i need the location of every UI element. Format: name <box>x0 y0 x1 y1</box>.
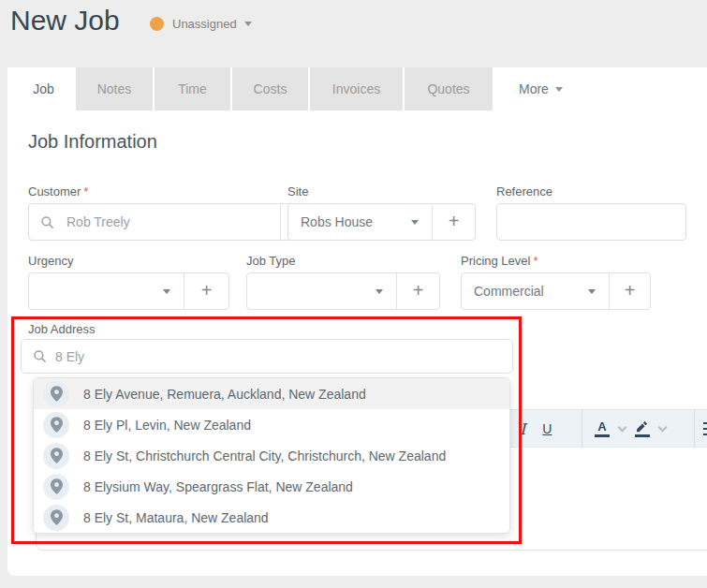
reference-field[interactable] <box>496 203 686 241</box>
job-address-search <box>21 339 513 374</box>
dropdown-caret-icon <box>411 220 419 225</box>
urgency-field: + <box>28 272 229 310</box>
urgency-label: Urgency <box>28 254 73 268</box>
dropdown-caret-icon <box>588 289 596 294</box>
new-job-page: New Job Unassigned Job Notes Time Costs … <box>0 0 707 588</box>
map-pin-icon <box>43 505 69 531</box>
site-select[interactable]: Robs House <box>288 203 432 241</box>
tab-more[interactable]: More <box>519 67 563 110</box>
job-address-input[interactable] <box>55 349 512 364</box>
add-pricing-level-button[interactable]: + <box>610 272 650 310</box>
page-title: New Job <box>10 5 120 37</box>
pricing-level-field: Commercial + <box>461 272 651 310</box>
section-title: Job Information <box>28 131 157 153</box>
highlight-color-button[interactable] <box>635 421 650 437</box>
add-icon: + <box>625 280 636 301</box>
highlight-icon <box>636 421 649 433</box>
italic-button[interactable]: I <box>520 420 525 438</box>
tab-job[interactable]: Job <box>13 67 74 110</box>
suggestion-label: 8 Ely St, Mataura, New Zealand <box>83 510 269 525</box>
add-job-type-button[interactable]: + <box>397 272 439 310</box>
tab-bar: Job Notes Time Costs Invoices Quotes Mor… <box>13 67 563 110</box>
text-color-bar <box>595 434 610 437</box>
required-asterisk: * <box>83 184 88 198</box>
dropdown-caret-icon <box>376 289 383 294</box>
chevron-down-icon <box>244 22 252 26</box>
job-type-select[interactable] <box>247 272 396 310</box>
toolbar-divider <box>582 410 582 448</box>
required-asterisk: * <box>533 254 538 268</box>
tab-quotes[interactable]: Quotes <box>405 67 493 110</box>
site-value: Robs House <box>301 214 373 229</box>
tab-time[interactable]: Time <box>155 67 230 110</box>
search-icon <box>40 215 54 229</box>
chevron-down-icon[interactable] <box>618 423 627 433</box>
search-icon <box>33 349 47 363</box>
add-icon: + <box>413 280 424 301</box>
status-dot-icon <box>150 17 164 31</box>
highlight-color-bar <box>635 434 650 437</box>
address-suggestion[interactable]: 8 Ely Avenue, Remuera, Auckland, New Zea… <box>34 378 509 409</box>
add-site-button[interactable]: + <box>433 203 475 241</box>
more-label: More <box>519 81 549 96</box>
assignee-dropdown[interactable]: Unassigned <box>150 11 252 36</box>
job-type-field: + <box>246 272 440 310</box>
dropdown-caret-icon <box>163 289 170 294</box>
chevron-down-icon[interactable] <box>658 423 668 433</box>
toolbar-divider <box>694 410 695 448</box>
suggestion-label: 8 Ely St, Christchurch Central City, Chr… <box>83 448 446 463</box>
tab-costs[interactable]: Costs <box>232 67 308 110</box>
underline-button[interactable]: U <box>542 421 552 436</box>
site-field: Robs House + <box>287 203 476 241</box>
urgency-select[interactable] <box>29 272 184 310</box>
address-suggestion[interactable]: 8 Ely St, Mataura, New Zealand <box>34 502 509 533</box>
job-address-label: Job Address <box>28 322 96 336</box>
pricing-level-value: Commercial <box>474 284 544 299</box>
customer-field[interactable]: Rob Treely <box>28 203 331 241</box>
job-type-label: Job Type <box>246 254 296 268</box>
suggestion-label: 8 Ely Pl, Levin, New Zealand <box>83 418 251 433</box>
align-button[interactable] <box>703 420 707 437</box>
map-pin-icon <box>43 412 69 438</box>
customer-label: Customer* <box>28 184 88 198</box>
address-suggestion[interactable]: 8 Ely Pl, Levin, New Zealand <box>34 409 509 440</box>
address-suggestion[interactable]: 8 Elysium Way, Speargrass Flat, New Zeal… <box>34 471 509 502</box>
assignee-label: Unassigned <box>172 17 237 31</box>
address-suggestions-dropdown: 8 Ely Avenue, Remuera, Auckland, New Zea… <box>33 377 510 534</box>
suggestion-label: 8 Ely Avenue, Remuera, Auckland, New Zea… <box>83 387 366 402</box>
reference-label: Reference <box>496 184 552 198</box>
pricing-level-select[interactable]: Commercial <box>462 272 609 310</box>
address-suggestion[interactable]: 8 Ely St, Christchurch Central City, Chr… <box>34 440 509 471</box>
customer-value: Rob Treely <box>66 214 130 229</box>
add-icon: + <box>201 280 213 301</box>
tab-invoices[interactable]: Invoices <box>310 67 403 110</box>
map-pin-icon <box>43 381 69 407</box>
chevron-down-icon <box>555 87 563 92</box>
map-pin-icon <box>43 443 69 469</box>
add-urgency-button[interactable]: + <box>184 272 228 310</box>
map-pin-icon <box>43 474 69 500</box>
site-label: Site <box>287 184 308 198</box>
add-icon: + <box>449 211 460 232</box>
tab-notes[interactable]: Notes <box>76 67 153 110</box>
text-color-button[interactable]: A <box>595 420 610 437</box>
suggestion-label: 8 Elysium Way, Speargrass Flat, New Zeal… <box>83 479 353 494</box>
pricing-level-label: Pricing Level* <box>461 254 538 268</box>
